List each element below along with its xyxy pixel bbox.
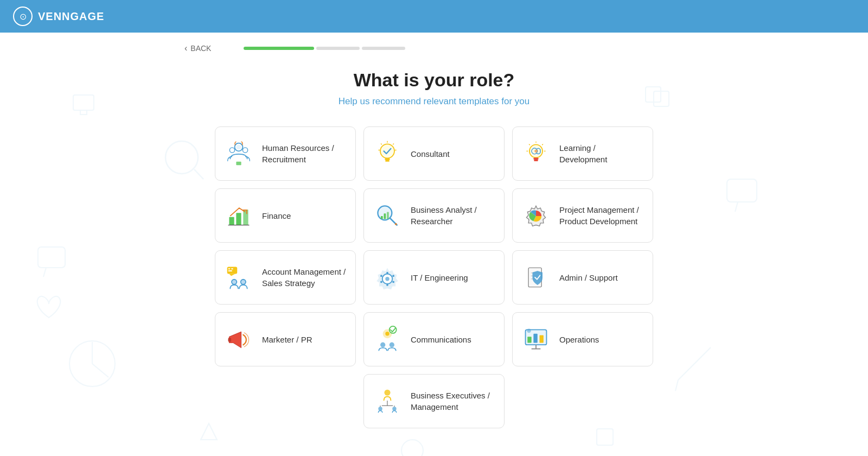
finance-icon: [224, 201, 253, 230]
svg-rect-48: [387, 212, 389, 219]
svg-rect-41: [236, 213, 241, 225]
svg-rect-33: [533, 157, 538, 160]
back-button[interactable]: ‹ BACK: [184, 43, 211, 53]
svg-point-19: [229, 148, 234, 153]
analyst-icon: [373, 201, 402, 230]
back-label: BACK: [190, 44, 211, 53]
svg-point-91: [378, 407, 382, 410]
operations-icon: [521, 325, 551, 354]
svg-rect-34: [534, 160, 538, 161]
svg-point-32: [534, 150, 538, 153]
progress-bar: [244, 47, 405, 50]
svg-rect-25: [385, 160, 389, 162]
role-grid: Human Resources /Recruitment: [190, 126, 678, 366]
role-card-operations[interactable]: Operations: [512, 312, 653, 366]
svg-rect-40: [229, 217, 234, 225]
admin-label: Admin / Support: [559, 272, 618, 283]
svg-rect-42: [243, 210, 248, 225]
page-content: What is your role? Help us recommend rel…: [0, 64, 868, 445]
svg-point-66: [392, 281, 394, 283]
svg-rect-54: [228, 270, 232, 271]
communications-icon: [373, 325, 402, 354]
svg-rect-82: [533, 334, 537, 343]
hr-label: Human Resources /Recruitment: [262, 142, 334, 165]
pm-icon: [521, 201, 551, 230]
account-label: Account Management /Sales Strategy: [262, 266, 346, 289]
svg-rect-46: [381, 216, 383, 219]
logo: ⊙ VENNGAGE: [13, 7, 104, 26]
svg-point-58: [241, 280, 245, 284]
svg-rect-53: [231, 268, 233, 269]
it-icon: [373, 263, 402, 292]
marketer-label: Marketer / PR: [262, 334, 312, 345]
svg-line-27: [393, 143, 394, 144]
svg-point-87: [384, 390, 390, 396]
main-content: ‹ BACK What is your role? Help us recomm…: [0, 33, 868, 456]
marketer-icon: [224, 325, 253, 354]
executive-label: Business Executives /Management: [411, 390, 490, 413]
learning-label: Learning / Development: [559, 142, 644, 165]
svg-line-36: [542, 144, 543, 145]
role-card-marketer[interactable]: Marketer / PR: [215, 312, 356, 366]
svg-line-38: [529, 144, 530, 145]
svg-line-29: [381, 143, 382, 144]
svg-rect-21: [236, 162, 241, 165]
role-card-communications[interactable]: Communications: [363, 312, 505, 366]
svg-point-86: [527, 329, 531, 333]
communications-label: Communications: [411, 334, 471, 345]
consultant-icon: [373, 139, 402, 168]
svg-point-79: [390, 343, 394, 347]
svg-rect-24: [385, 158, 390, 160]
svg-rect-74: [228, 338, 232, 341]
role-card-learning[interactable]: Learning / Development: [512, 126, 653, 181]
learning-icon: [521, 139, 551, 168]
role-card-admin[interactable]: Admin / Support: [512, 250, 653, 305]
finance-label: Finance: [262, 210, 291, 221]
svg-point-20: [242, 148, 247, 153]
page-title: What is your role?: [0, 69, 868, 91]
role-card-account[interactable]: Account Management /Sales Strategy: [215, 250, 356, 305]
role-card-analyst[interactable]: Business Analyst /Researcher: [363, 188, 505, 243]
account-icon: [224, 263, 253, 292]
role-card-finance[interactable]: Finance: [215, 188, 356, 243]
svg-point-56: [232, 280, 236, 284]
executive-icon: [373, 387, 402, 416]
pm-label: Project Management /Product Development: [559, 204, 639, 227]
svg-rect-47: [384, 213, 386, 219]
svg-point-60: [385, 277, 389, 281]
role-grid-last-row: Business Executives /Management: [0, 374, 868, 428]
progress-segment-3: [362, 47, 405, 50]
svg-rect-83: [539, 335, 543, 343]
svg-rect-81: [527, 337, 531, 343]
it-label: IT / Engineering: [411, 272, 468, 283]
svg-point-62: [386, 284, 388, 286]
page-subtitle: Help us recommend relevant templates for…: [0, 96, 868, 107]
role-card-pm[interactable]: Project Management /Product Development: [512, 188, 653, 243]
progress-segment-1: [244, 47, 314, 50]
svg-point-76: [385, 332, 389, 335]
admin-icon: [521, 263, 551, 292]
role-card-executive[interactable]: Business Executives /Management: [363, 374, 505, 428]
svg-point-49: [395, 223, 397, 225]
svg-point-61: [386, 272, 388, 274]
svg-point-92: [392, 407, 396, 410]
consultant-label: Consultant: [411, 148, 450, 160]
header: ⊙ VENNGAGE: [0, 0, 868, 33]
nav-bar: ‹ BACK: [0, 33, 868, 64]
svg-point-63: [380, 275, 382, 277]
role-card-it[interactable]: IT / Engineering: [363, 250, 505, 305]
operations-label: Operations: [559, 334, 599, 345]
analyst-label: Business Analyst /Researcher: [411, 204, 477, 227]
svg-rect-52: [228, 268, 231, 269]
svg-point-65: [380, 281, 382, 283]
svg-point-18: [236, 144, 241, 149]
progress-segment-2: [316, 47, 360, 50]
logo-icon: ⊙: [13, 7, 33, 26]
svg-point-78: [380, 343, 385, 347]
back-arrow-icon: ‹: [184, 43, 187, 53]
role-card-hr[interactable]: Human Resources /Recruitment: [215, 126, 356, 181]
logo-text: VENNGAGE: [38, 10, 104, 23]
role-card-consultant[interactable]: Consultant: [363, 126, 505, 181]
svg-point-64: [392, 275, 394, 277]
hr-icon: [224, 139, 253, 168]
